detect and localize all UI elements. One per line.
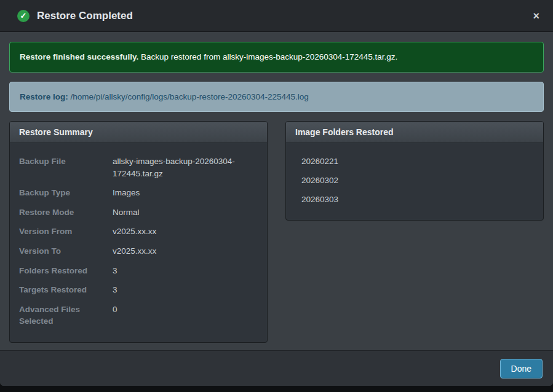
- modal-header: ✓ Restore Completed ×: [0, 0, 553, 32]
- panels-row: Restore Summary Backup File allsky-image…: [9, 121, 544, 343]
- folder-item: 20260303: [295, 190, 534, 209]
- folder-item: 20260302: [295, 171, 534, 190]
- restore-completed-modal: ✓ Restore Completed × Restore finished s…: [0, 0, 553, 386]
- summary-value: v2025.xx.xx: [113, 225, 258, 238]
- restore-summary-panel-title: Restore Summary: [10, 122, 267, 143]
- summary-row-version-to: Version To v2025.xx.xx: [19, 241, 258, 261]
- done-button[interactable]: Done: [500, 359, 543, 378]
- modal-footer: Done: [0, 350, 553, 386]
- restore-summary-body: Backup File allsky-images-backup-2026030…: [10, 143, 267, 342]
- summary-value: Normal: [113, 206, 258, 219]
- restore-summary-panel: Restore Summary Backup File allsky-image…: [9, 121, 268, 343]
- summary-row-advanced-files: Advanced Files Selected 0: [19, 300, 258, 331]
- restore-log-alert: Restore log: /home/pi/allsky/config/logs…: [9, 82, 544, 112]
- summary-value: v2025.xx.xx: [113, 245, 258, 257]
- image-folders-panel: Image Folders Restored 20260221 20260302…: [285, 121, 544, 221]
- summary-row-folders-restored: Folders Restored 3: [19, 261, 258, 281]
- modal-body: Restore finished successfully. Backup re…: [0, 32, 553, 350]
- summary-row-targets-restored: Targets Restored 3: [19, 280, 258, 300]
- image-folders-body: 20260221 20260302 20260303: [286, 143, 543, 220]
- summary-label: Restore Mode: [19, 206, 113, 219]
- check-circle-icon: ✓: [17, 10, 30, 22]
- success-alert-text: Backup restored from allsky-images-backu…: [138, 52, 397, 61]
- summary-label: Version From: [19, 225, 113, 238]
- summary-label: Version To: [19, 245, 113, 257]
- modal-title: Restore Completed: [37, 10, 133, 22]
- summary-label: Folders Restored: [19, 265, 113, 277]
- summary-label: Targets Restored: [19, 284, 113, 296]
- summary-label: Advanced Files Selected: [19, 304, 113, 327]
- summary-row-backup-file: Backup File allsky-images-backup-2026030…: [19, 152, 258, 183]
- restore-log-path: /home/pi/allsky/config/logs/backup-resto…: [68, 92, 309, 101]
- summary-value: 3: [113, 284, 258, 296]
- folder-item: 20260221: [295, 152, 534, 171]
- close-icon[interactable]: ×: [530, 8, 542, 24]
- restore-log-label: Restore log:: [20, 92, 68, 101]
- summary-row-version-from: Version From v2025.xx.xx: [19, 222, 258, 241]
- summary-label: Backup File: [19, 155, 113, 179]
- summary-value: allsky-images-backup-20260304-172445.tar…: [113, 155, 258, 179]
- success-alert-title: Restore finished successfully.: [20, 52, 138, 61]
- restore-success-alert: Restore finished successfully. Backup re…: [9, 42, 544, 73]
- summary-value: 0: [113, 304, 258, 327]
- summary-row-restore-mode: Restore Mode Normal: [19, 203, 258, 222]
- summary-value: Images: [113, 187, 258, 199]
- summary-value: 3: [113, 265, 258, 277]
- image-folders-panel-title: Image Folders Restored: [286, 122, 543, 143]
- summary-row-backup-type: Backup Type Images: [19, 183, 258, 203]
- summary-label: Backup Type: [19, 187, 113, 199]
